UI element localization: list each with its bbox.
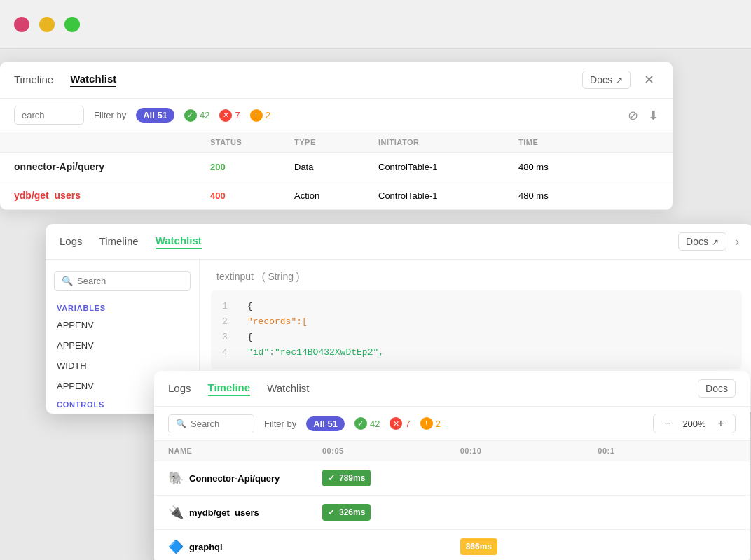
docs-button-timeline[interactable]: Docs xyxy=(698,379,736,398)
filter-label-network: Filter by xyxy=(94,110,126,120)
filter-success-timeline[interactable]: ✓ 42 xyxy=(354,417,380,430)
bar-2: 326ms xyxy=(322,504,371,521)
panel-timeline: Logs Timeline Watchlist Docs 🔍 Filter by… xyxy=(154,371,750,560)
docs-button-watchlist[interactable]: Docs xyxy=(678,232,726,251)
search-container-timeline: 🔍 xyxy=(168,414,254,433)
timeline-table-header: NAME 00:05 00:10 00:1 xyxy=(154,441,750,461)
col-time: TIME xyxy=(518,138,616,146)
db-icon-2: 🔌 xyxy=(168,505,184,520)
cancel-icon-network[interactable]: ⊘ xyxy=(628,108,638,123)
filter-error-network[interactable]: ✕ 7 xyxy=(219,109,240,122)
filter-all-timeline[interactable]: All 51 xyxy=(306,416,345,431)
external-link-icon-watchlist xyxy=(712,236,719,247)
row-status-1: 200 xyxy=(210,162,294,172)
col-time2-timeline: 00:10 xyxy=(460,447,598,455)
search-icon-watchlist: 🔍 xyxy=(62,276,73,286)
code-line-4: 4 "id":"rec14BO432XwDtEp2", xyxy=(222,345,731,360)
tab-logs-timeline[interactable]: Logs xyxy=(168,382,191,396)
tab-timeline-timeline[interactable]: Timeline xyxy=(208,382,251,396)
timeline-rows: 🐘 Connector-Api/query 789ms 🔌 mydb/get_u… xyxy=(154,461,750,560)
bar-1: 789ms xyxy=(322,470,371,486)
docs-label-timeline: Docs xyxy=(705,383,728,394)
filter-label-timeline: Filter by xyxy=(264,419,296,429)
col-status: STATUS xyxy=(210,138,294,146)
traffic-light-green[interactable] xyxy=(64,17,80,32)
filter-warning-network[interactable]: ! 2 xyxy=(250,109,270,122)
table-row[interactable]: 🐘 Connector-Api/query 789ms xyxy=(154,461,750,496)
filter-warning-timeline[interactable]: ! 2 xyxy=(420,417,441,430)
warn-icon-timeline: ! xyxy=(420,417,433,430)
table-row[interactable]: 🔷 graphql 866ms xyxy=(154,530,750,560)
toolbar-actions-network: ⊘ ⬇ xyxy=(628,108,659,123)
content-title: textinput ( String ) xyxy=(211,271,742,282)
timeline-header-right: Docs xyxy=(698,379,736,398)
col-time3-timeline: 00:1 xyxy=(598,447,736,455)
traffic-light-red[interactable] xyxy=(14,17,29,32)
row-name-2: ydb/get_users xyxy=(14,190,210,201)
row-name-1: onnector-Api/query xyxy=(14,161,210,172)
row-label-1: Connector-Api/query xyxy=(189,473,280,484)
row-initiator-1: ControlTable-1 xyxy=(378,162,518,172)
db-icon-1: 🐘 xyxy=(168,470,184,486)
search-input-watchlist[interactable] xyxy=(77,276,183,286)
x-icon-timeline: ✕ xyxy=(390,417,402,430)
tab-watchlist-network[interactable]: Watchlist xyxy=(70,73,116,88)
content-type-hint: ( String ) xyxy=(262,271,300,282)
row-label-2: mydb/get_users xyxy=(189,507,259,518)
timeline-header: Logs Timeline Watchlist Docs xyxy=(154,371,750,407)
tab-timeline-watchlist[interactable]: Timeline xyxy=(99,235,139,248)
close-button-network[interactable]: ✕ xyxy=(639,70,659,90)
panel-network: Timeline Watchlist Docs ✕ Filter by All … xyxy=(0,62,673,210)
filter-all-network[interactable]: All 51 xyxy=(136,108,174,122)
download-icon-network[interactable]: ⬇ xyxy=(648,108,659,123)
check-icon-timeline: ✓ xyxy=(354,417,367,430)
timeline-bar-cell-1: 789ms xyxy=(322,468,460,488)
col-initiator: INITIATOR xyxy=(378,138,518,146)
traffic-light-yellow[interactable] xyxy=(39,17,55,32)
filter-success-network[interactable]: ✓ 42 xyxy=(184,109,209,122)
check-icon-network: ✓ xyxy=(184,109,197,122)
table-row[interactable]: ydb/get_users 400 Action ControlTable-1 … xyxy=(0,181,673,210)
x-icon-network: ✕ xyxy=(219,109,232,122)
code-line-2: 2 "records":[ xyxy=(222,314,731,330)
sidebar-search-container: 🔍 xyxy=(54,271,191,291)
timeline-bar-cell-2: 326ms xyxy=(322,503,460,522)
zoom-value: 200% xyxy=(680,419,708,429)
zoom-control: − 200% + xyxy=(653,414,736,433)
code-block: 1 { 2 "records":[ 3 { 4 "id":"rec14BO432… xyxy=(211,290,742,369)
table-row[interactable]: onnector-Api/query 200 Data ControlTable… xyxy=(0,153,673,181)
watchlist-header: Logs Timeline Watchlist Docs › xyxy=(46,224,751,260)
timeline-bar-cell-3: 866ms xyxy=(460,537,598,556)
tab-logs-watchlist[interactable]: Logs xyxy=(60,235,83,248)
docs-button-network[interactable]: Docs xyxy=(582,71,631,89)
network-header: Timeline Watchlist Docs ✕ xyxy=(0,62,673,99)
search-input-timeline[interactable] xyxy=(191,419,247,429)
timeline-row-name-3: 🔷 graphql xyxy=(168,539,322,554)
section-label-variables: VARIABLES xyxy=(46,300,199,315)
filter-error-timeline[interactable]: ✕ 7 xyxy=(390,417,410,430)
docs-label-network: Docs xyxy=(590,74,612,85)
db-icon-3: 🔷 xyxy=(168,539,184,554)
sidebar-item-appenv-2[interactable]: APPENV xyxy=(46,335,199,356)
code-line-3: 3 { xyxy=(222,330,731,345)
tab-timeline-network[interactable]: Timeline xyxy=(14,74,53,87)
zoom-in-button[interactable]: + xyxy=(714,416,728,430)
timeline-row-name-1: 🐘 Connector-Api/query xyxy=(168,470,322,486)
tab-watchlist-timeline[interactable]: Watchlist xyxy=(267,382,309,396)
table-row[interactable]: 🔌 mydb/get_users 326ms xyxy=(154,496,750,530)
search-input-network[interactable] xyxy=(14,106,84,125)
network-toolbar: Filter by All 51 ✓ 42 ✕ 7 ! 2 ⊘ ⬇ xyxy=(0,99,673,132)
search-icon-timeline: 🔍 xyxy=(176,419,186,428)
row-time-2: 480 ms xyxy=(518,190,616,201)
row-label-3: graphql xyxy=(189,542,223,552)
col-time1-timeline: 00:05 xyxy=(322,447,460,455)
tab-watchlist-watchlist[interactable]: Watchlist xyxy=(156,234,202,249)
network-header-right: Docs ✕ xyxy=(582,70,659,90)
code-line-1: 1 { xyxy=(222,299,731,314)
external-link-icon xyxy=(616,74,623,85)
title-bar xyxy=(0,0,751,49)
zoom-out-button[interactable]: − xyxy=(661,416,675,430)
expand-icon-watchlist[interactable]: › xyxy=(735,234,739,249)
sidebar-item-appenv-1[interactable]: APPENV xyxy=(46,315,199,335)
row-initiator-2: ControlTable-1 xyxy=(378,190,518,201)
